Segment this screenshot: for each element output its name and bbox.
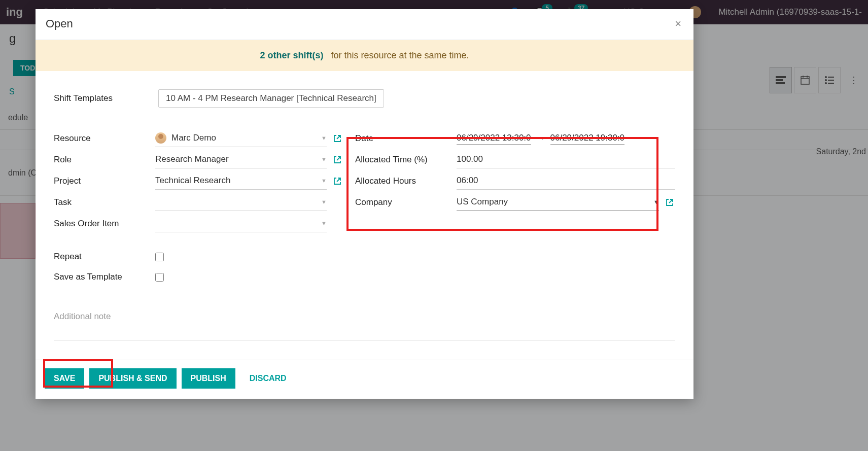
date-label: Date — [355, 133, 457, 144]
resource-row: Resource Marc Demo ▼ — [54, 128, 343, 149]
save-template-label: Save as Template — [54, 272, 155, 282]
company-row: Company US Company ▼ — [355, 192, 675, 213]
resource-input[interactable]: Marc Demo ▼ — [155, 130, 327, 147]
allocated-time-row: Allocated Time (%) 100.00 — [355, 149, 675, 170]
chevron-down-icon: ▼ — [321, 156, 327, 162]
form-area: Shift Templates 10 AM - 4 PM Research Ma… — [36, 71, 693, 351]
chevron-down-icon: ▼ — [321, 135, 327, 141]
publish-button[interactable]: PUBLISH — [182, 368, 235, 389]
allocated-hours-row: Allocated Hours 06:00 — [355, 170, 675, 192]
company-input[interactable]: US Company ▼ — [457, 194, 659, 211]
conflict-alert: 2 other shift(s) for this resource at th… — [36, 40, 693, 71]
alert-text: for this resource at the same time. — [331, 50, 469, 60]
role-external-link-icon[interactable] — [332, 154, 343, 165]
project-value: Technical Research — [155, 176, 319, 186]
shift-templates-label: Shift Templates — [54, 93, 148, 103]
resource-external-link-icon[interactable] — [332, 133, 343, 144]
date-end-input[interactable]: 06/29/2022 19:30:0 — [550, 133, 625, 145]
chevron-down-icon: ▼ — [321, 199, 327, 205]
task-label: Task — [54, 197, 155, 207]
allocated-hours-value: 06:00 — [457, 176, 478, 186]
alert-count[interactable]: 2 other shift(s) — [260, 50, 323, 60]
repeat-row: Repeat — [54, 247, 343, 267]
arrow-right-icon: → — [536, 133, 545, 144]
note-area[interactable]: Additional note — [54, 311, 675, 340]
role-row: Role Research Manager ▼ — [54, 149, 343, 170]
role-label: Role — [54, 155, 155, 165]
repeat-label: Repeat — [54, 252, 155, 262]
modal-title: Open — [46, 17, 73, 30]
repeat-checkbox[interactable] — [155, 253, 164, 261]
note-placeholder: Additional note — [54, 311, 111, 321]
allocated-time-label: Allocated Time (%) — [355, 155, 457, 165]
save-template-checkbox[interactable] — [155, 273, 164, 282]
resource-label: Resource — [54, 133, 155, 144]
sales-order-label: Sales Order Item — [54, 219, 155, 229]
role-value: Research Manager — [155, 154, 319, 164]
resource-avatar — [155, 132, 166, 144]
project-label: Project — [54, 176, 155, 186]
company-value: US Company — [457, 197, 651, 207]
shift-modal: Open × 2 other shift(s) for this resourc… — [36, 9, 693, 399]
date-start-input[interactable]: 06/29/2022 13:30:0 — [457, 133, 531, 145]
company-label: Company — [355, 197, 457, 207]
allocated-hours-label: Allocated Hours — [355, 176, 457, 186]
date-range: 06/29/2022 13:30:0 → 06/29/2022 19:30:0 — [457, 133, 624, 145]
resource-value: Marc Demo — [171, 133, 319, 143]
allocated-hours-input[interactable]: 06:00 — [457, 172, 675, 190]
publish-send-button[interactable]: PUBLISH & SEND — [89, 368, 176, 389]
project-input[interactable]: Technical Research ▼ — [155, 172, 327, 190]
task-row: Task ▼ — [54, 192, 343, 213]
shift-template-pill[interactable]: 10 AM - 4 PM Research Manager [Technical… — [158, 89, 384, 108]
close-icon[interactable]: × — [673, 17, 683, 30]
allocated-time-value: 100.00 — [457, 154, 483, 164]
modal-footer: SAVE PUBLISH & SEND PUBLISH DISCARD — [36, 360, 693, 399]
chevron-down-icon: ▼ — [321, 178, 327, 184]
project-row: Project Technical Research ▼ — [54, 170, 343, 192]
modal-header: Open × — [36, 9, 693, 40]
project-external-link-icon[interactable] — [332, 176, 343, 187]
modal-body: 2 other shift(s) for this resource at th… — [36, 40, 693, 360]
company-external-link-icon[interactable] — [664, 197, 675, 208]
date-row: Date 06/29/2022 13:30:0 → 06/29/2022 19:… — [355, 128, 675, 149]
discard-button[interactable]: DISCARD — [240, 368, 296, 389]
sales-order-input[interactable]: ▼ — [155, 215, 327, 232]
allocated-time-input[interactable]: 100.00 — [457, 151, 675, 168]
chevron-down-icon: ▼ — [321, 220, 327, 226]
shift-templates-row: Shift Templates 10 AM - 4 PM Research Ma… — [54, 89, 675, 108]
task-input[interactable]: ▼ — [155, 194, 327, 211]
sales-order-row: Sales Order Item ▼ — [54, 213, 343, 234]
chevron-down-icon: ▼ — [653, 199, 659, 205]
save-as-template-row: Save as Template — [54, 267, 343, 287]
save-button[interactable]: SAVE — [45, 368, 84, 389]
role-input[interactable]: Research Manager ▼ — [155, 151, 327, 168]
